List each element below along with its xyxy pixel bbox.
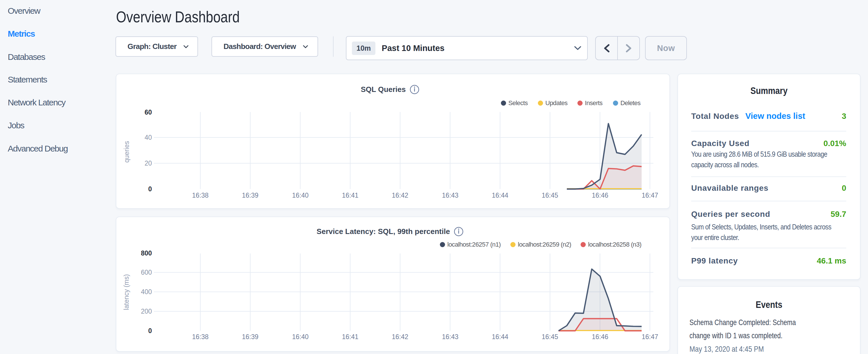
- svg-text:16:42: 16:42: [392, 192, 408, 199]
- svg-text:latency (ms): latency (ms): [123, 274, 130, 310]
- svg-text:20: 20: [145, 160, 152, 167]
- svg-text:16:39: 16:39: [242, 333, 258, 341]
- svg-text:0: 0: [148, 185, 152, 193]
- svg-text:16:46: 16:46: [592, 333, 608, 341]
- svg-text:60: 60: [145, 108, 152, 116]
- svg-text:16:44: 16:44: [492, 192, 508, 199]
- svg-text:16:44: 16:44: [492, 333, 508, 341]
- svg-text:800: 800: [141, 250, 152, 257]
- svg-text:queries: queries: [123, 141, 130, 162]
- svg-text:16:38: 16:38: [192, 192, 209, 199]
- svg-text:16:40: 16:40: [292, 333, 309, 341]
- svg-text:16:43: 16:43: [442, 333, 459, 341]
- svg-text:16:38: 16:38: [192, 333, 209, 341]
- svg-text:16:47: 16:47: [642, 192, 658, 199]
- svg-text:16:39: 16:39: [242, 192, 258, 199]
- svg-text:400: 400: [141, 288, 152, 296]
- svg-text:0: 0: [148, 327, 152, 334]
- svg-text:200: 200: [141, 308, 152, 315]
- svg-text:16:43: 16:43: [442, 192, 459, 199]
- svg-text:16:40: 16:40: [292, 192, 309, 199]
- svg-text:16:41: 16:41: [342, 333, 359, 341]
- svg-text:16:45: 16:45: [541, 333, 558, 341]
- svg-text:16:46: 16:46: [592, 192, 608, 199]
- svg-text:40: 40: [145, 134, 152, 141]
- svg-text:16:45: 16:45: [541, 192, 558, 199]
- svg-text:600: 600: [141, 269, 152, 276]
- svg-text:16:41: 16:41: [342, 192, 359, 199]
- svg-text:16:47: 16:47: [642, 333, 658, 341]
- svg-text:16:42: 16:42: [392, 333, 408, 341]
